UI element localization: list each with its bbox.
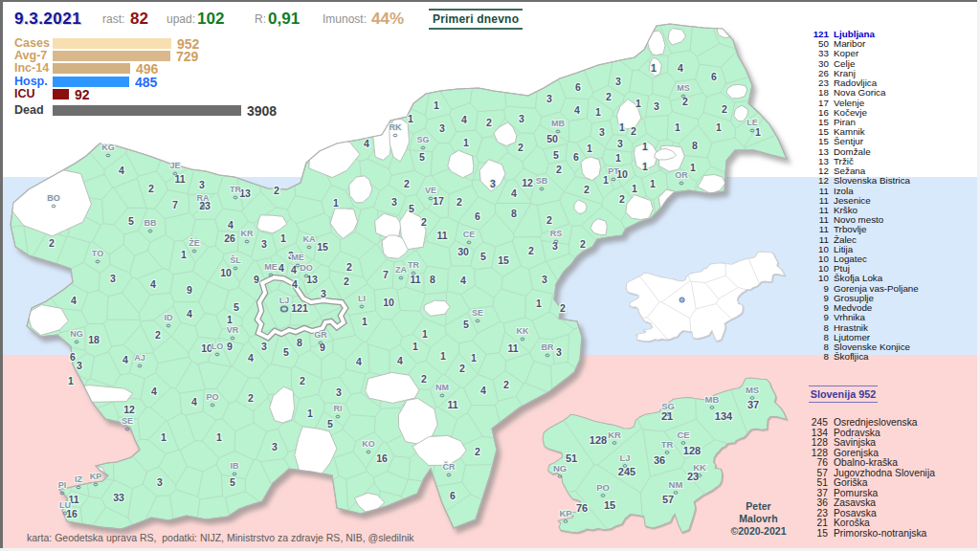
svg-text:2: 2 <box>606 91 612 102</box>
svg-text:1: 1 <box>690 162 696 173</box>
svg-text:SG: SG <box>416 135 429 144</box>
svg-text:2: 2 <box>619 193 625 205</box>
svg-text:5: 5 <box>128 215 134 227</box>
svg-text:GR: GR <box>314 330 327 340</box>
svg-text:KA: KA <box>303 234 316 244</box>
svg-text:TO: TO <box>92 249 103 258</box>
svg-text:3: 3 <box>261 341 267 352</box>
svg-text:2: 2 <box>503 379 509 390</box>
svg-text:RK: RK <box>390 122 402 132</box>
svg-text:PO: PO <box>206 392 218 402</box>
svg-text:BB: BB <box>145 218 157 228</box>
svg-text:3: 3 <box>157 476 163 488</box>
svg-text:6: 6 <box>573 151 579 163</box>
svg-text:9: 9 <box>254 274 259 285</box>
svg-text:1: 1 <box>615 152 621 164</box>
svg-text:ME: ME <box>264 262 278 272</box>
svg-text:RS: RS <box>550 229 563 238</box>
svg-text:ČR: ČR <box>443 461 456 472</box>
svg-text:VR: VR <box>227 325 239 335</box>
svg-text:12: 12 <box>522 177 533 188</box>
svg-text:MS: MS <box>677 83 690 93</box>
svg-text:4: 4 <box>150 278 156 290</box>
svg-text:1: 1 <box>463 137 469 148</box>
svg-text:3: 3 <box>615 76 621 87</box>
svg-text:15: 15 <box>604 499 615 511</box>
svg-text:2: 2 <box>421 216 427 228</box>
svg-text:NG: NG <box>70 329 83 339</box>
svg-text:1: 1 <box>642 141 648 152</box>
svg-text:2: 2 <box>457 196 462 208</box>
svg-text:2: 2 <box>722 103 727 115</box>
svg-text:BR: BR <box>542 342 554 352</box>
svg-text:1: 1 <box>68 375 74 386</box>
svg-text:1: 1 <box>471 352 477 364</box>
svg-text:5: 5 <box>409 203 414 214</box>
svg-text:2: 2 <box>580 238 586 250</box>
svg-text:4: 4 <box>460 275 466 286</box>
svg-text:3: 3 <box>199 179 205 190</box>
svg-text:ID: ID <box>165 313 174 322</box>
svg-text:4: 4 <box>292 278 298 290</box>
svg-text:4: 4 <box>397 355 403 366</box>
svg-text:50: 50 <box>546 133 558 144</box>
svg-text:5: 5 <box>553 149 559 161</box>
svg-text:3: 3 <box>439 122 445 134</box>
svg-text:3: 3 <box>391 196 397 208</box>
svg-text:RA: RA <box>197 193 210 203</box>
svg-text:21: 21 <box>661 410 673 422</box>
svg-text:1: 1 <box>587 143 592 154</box>
svg-text:1: 1 <box>619 121 625 133</box>
svg-text:8: 8 <box>692 140 698 151</box>
svg-text:1: 1 <box>650 178 656 189</box>
svg-text:SE: SE <box>472 308 483 318</box>
svg-text:2: 2 <box>546 214 552 226</box>
svg-text:3: 3 <box>542 274 547 285</box>
svg-text:OR: OR <box>675 170 688 180</box>
svg-text:8: 8 <box>430 274 435 285</box>
svg-text:2: 2 <box>49 237 55 249</box>
svg-text:KR: KR <box>241 229 254 238</box>
svg-text:2: 2 <box>155 329 161 341</box>
svg-text:3: 3 <box>617 138 623 149</box>
svg-text:1: 1 <box>280 232 286 244</box>
svg-text:1: 1 <box>362 316 368 327</box>
svg-text:9: 9 <box>227 341 233 352</box>
svg-text:3: 3 <box>490 178 496 189</box>
svg-text:8: 8 <box>297 337 302 348</box>
svg-text:4: 4 <box>574 104 580 116</box>
svg-text:4: 4 <box>119 165 124 176</box>
svg-text:30: 30 <box>457 246 469 257</box>
svg-text:11: 11 <box>447 399 457 410</box>
svg-text:3: 3 <box>519 113 524 124</box>
svg-text:1: 1 <box>216 431 222 443</box>
svg-text:1: 1 <box>307 408 313 419</box>
svg-text:9: 9 <box>187 284 192 296</box>
svg-text:18: 18 <box>88 334 100 345</box>
svg-text:LJ: LJ <box>279 296 290 305</box>
svg-text:2: 2 <box>421 373 427 385</box>
svg-text:TR: TR <box>408 260 419 270</box>
svg-text:3: 3 <box>321 288 326 299</box>
svg-text:2: 2 <box>248 392 254 404</box>
svg-text:KK: KK <box>517 326 529 336</box>
svg-text:11: 11 <box>410 274 420 285</box>
svg-text:PI: PI <box>58 480 67 490</box>
svg-text:2: 2 <box>528 245 534 256</box>
svg-text:CE: CE <box>677 430 689 440</box>
svg-text:4: 4 <box>122 354 128 365</box>
svg-text:8: 8 <box>511 208 517 219</box>
svg-text:3: 3 <box>654 100 659 112</box>
svg-text:15: 15 <box>317 241 328 253</box>
svg-text:4: 4 <box>678 62 683 74</box>
svg-text:PT: PT <box>608 166 619 176</box>
svg-text:4: 4 <box>364 138 369 149</box>
svg-text:MB: MB <box>551 119 565 128</box>
svg-text:128: 128 <box>590 434 607 446</box>
svg-text:1: 1 <box>635 98 641 109</box>
svg-text:4: 4 <box>278 262 284 274</box>
svg-text:10: 10 <box>220 267 232 278</box>
svg-text:6: 6 <box>575 81 581 93</box>
svg-text:1: 1 <box>755 126 761 138</box>
svg-text:ŽE: ŽE <box>189 237 200 248</box>
